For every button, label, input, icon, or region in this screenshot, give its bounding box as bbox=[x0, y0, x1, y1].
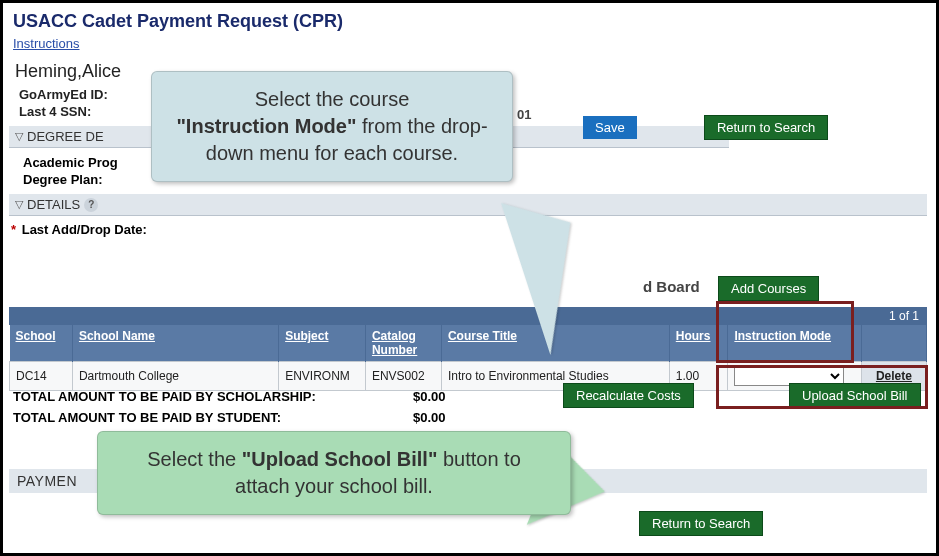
col-school[interactable]: School bbox=[10, 325, 73, 362]
page-title: USACC Cadet Payment Request (CPR) bbox=[13, 11, 930, 32]
callout-text-bold: "Instruction Mode" bbox=[176, 115, 356, 137]
col-hours[interactable]: Hours bbox=[669, 325, 728, 362]
room-board-fragment: d Board bbox=[643, 278, 700, 295]
instructions-link[interactable]: Instructions bbox=[13, 36, 79, 51]
cell-school: DC14 bbox=[10, 362, 73, 391]
cell-school-name: Dartmouth College bbox=[72, 362, 278, 391]
section-details-label: DETAILS bbox=[27, 197, 80, 212]
col-catalog[interactable]: Catalog Number bbox=[365, 325, 441, 362]
return-to-search-button-bottom[interactable]: Return to Search bbox=[639, 511, 763, 536]
section-details[interactable]: ▽ DETAILS ? bbox=[9, 194, 927, 216]
save-button[interactable]: Save bbox=[583, 116, 637, 139]
callout-upload-bill: Select the "Upload School Bill" button t… bbox=[97, 431, 571, 515]
return-to-search-button[interactable]: Return to Search bbox=[704, 115, 828, 140]
upload-school-bill-button[interactable]: Upload School Bill bbox=[789, 383, 921, 408]
section-degree-label: DEGREE DE bbox=[27, 129, 104, 144]
grid-pager-text: 1 of 1 bbox=[889, 309, 919, 323]
cell-catalog: ENVS002 bbox=[365, 362, 441, 391]
total-scholarship-label: TOTAL AMOUNT TO BE PAID BY SCHOLARSHIP: bbox=[13, 389, 373, 404]
last-add-drop-label: Last Add/Drop Date: bbox=[22, 222, 147, 237]
partial-id-fragment: 01 bbox=[517, 107, 531, 122]
collapse-icon: ▽ bbox=[15, 130, 23, 143]
required-asterisk: * bbox=[11, 222, 16, 237]
callout-text: Select the course bbox=[255, 88, 410, 110]
col-school-name[interactable]: School Name bbox=[72, 325, 278, 362]
collapse-icon: ▽ bbox=[15, 198, 23, 211]
col-subject[interactable]: Subject bbox=[279, 325, 366, 362]
col-delete bbox=[861, 325, 926, 362]
last-add-drop-row: * Last Add/Drop Date: bbox=[11, 222, 930, 237]
section-payment-label: PAYMEN bbox=[17, 473, 77, 489]
callout-instruction-mode: Select the course "Instruction Mode" fro… bbox=[151, 71, 513, 182]
recalculate-costs-button[interactable]: Recalculate Costs bbox=[563, 383, 694, 408]
table-header-row: School School Name Subject Catalog Numbe… bbox=[10, 325, 927, 362]
callout-text-bold: "Upload School Bill" bbox=[242, 448, 438, 470]
callout-text: Select the bbox=[147, 448, 242, 470]
course-table: School School Name Subject Catalog Numbe… bbox=[9, 325, 927, 391]
cell-subject: ENVIRONM bbox=[279, 362, 366, 391]
total-scholarship-value: $0.00 bbox=[413, 389, 493, 404]
col-instruction-mode[interactable]: Instruction Mode bbox=[728, 325, 861, 362]
add-courses-button[interactable]: Add Courses bbox=[718, 276, 819, 301]
total-student-value: $0.00 bbox=[413, 410, 493, 425]
grid-pager: 1 of 1 bbox=[9, 307, 927, 325]
total-student-label: TOTAL AMOUNT TO BE PAID BY STUDENT: bbox=[13, 410, 373, 425]
help-icon[interactable]: ? bbox=[84, 198, 98, 212]
